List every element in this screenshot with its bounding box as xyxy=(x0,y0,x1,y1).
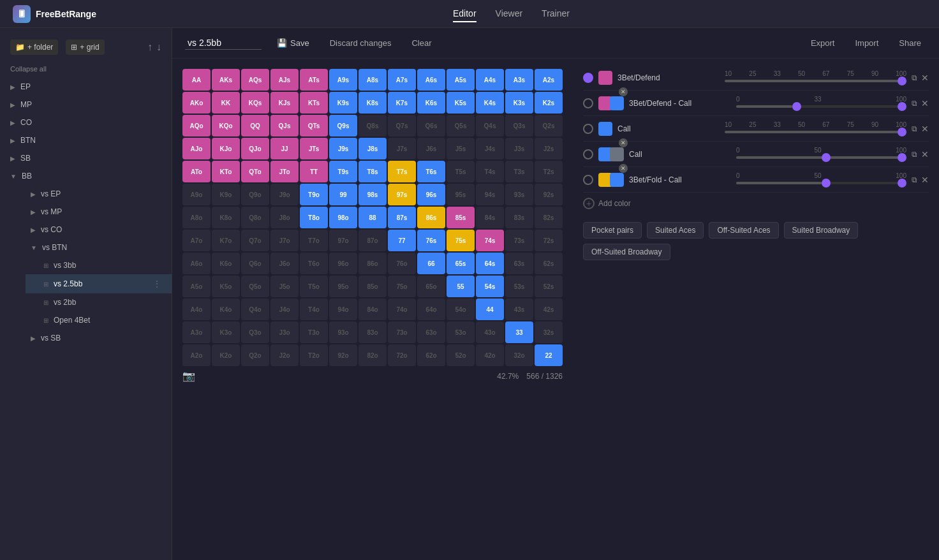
hand-cell[interactable]: A3o xyxy=(182,321,211,343)
hand-cell[interactable]: 85o xyxy=(359,276,387,297)
hand-cell[interactable]: 55 xyxy=(447,276,475,297)
hand-cell[interactable]: 93o xyxy=(329,321,357,343)
sidebar-item-vs-sb[interactable]: ▶ vs SB xyxy=(13,329,172,347)
hand-cell[interactable]: 87s xyxy=(388,207,416,228)
hand-cell[interactable]: J2s xyxy=(535,138,563,159)
hand-cell[interactable]: K8s xyxy=(359,92,387,114)
slider-track-2[interactable] xyxy=(736,105,906,108)
copy-icon[interactable]: ⧉ xyxy=(912,175,917,184)
hand-cell[interactable]: 43s xyxy=(505,298,533,320)
hand-cell[interactable]: J5o xyxy=(270,276,299,297)
hand-cell[interactable]: K6s xyxy=(417,92,445,114)
clear-button[interactable]: Clear xyxy=(406,36,436,50)
hand-cell[interactable]: 86s xyxy=(417,207,445,228)
hand-cell[interactable]: AJs xyxy=(270,69,299,91)
hand-cell[interactable]: A9o xyxy=(182,184,211,205)
remove-swatch-5b[interactable]: ✕ xyxy=(619,164,628,173)
new-folder-button[interactable]: 📁 + folder xyxy=(10,40,58,55)
hand-cell[interactable]: 44 xyxy=(476,298,504,320)
slider-thumb-1[interactable] xyxy=(898,77,906,85)
hand-cell[interactable]: A7s xyxy=(388,69,416,91)
hand-cell[interactable]: J6o xyxy=(270,253,299,274)
hand-cell[interactable]: 95s xyxy=(447,184,475,205)
slider-thumb-4a[interactable] xyxy=(822,153,831,162)
hand-cell[interactable]: QJo xyxy=(241,138,269,159)
hand-cell[interactable]: K7o xyxy=(212,230,240,251)
hand-cell[interactable]: J7s xyxy=(388,138,416,159)
hand-cell[interactable]: Q8o xyxy=(241,207,269,228)
quick-btn-suited-aces[interactable]: Suited Aces xyxy=(647,222,704,239)
hand-cell[interactable]: KQo xyxy=(212,115,240,136)
slider-track-3[interactable] xyxy=(725,131,906,133)
quick-btn-pocket-pairs[interactable]: Pocket pairs xyxy=(583,222,642,239)
hand-cell[interactable]: AA xyxy=(182,69,211,91)
hand-cell[interactable]: QQ xyxy=(241,115,269,136)
hand-cell[interactable]: KK xyxy=(212,92,240,114)
hand-cell[interactable]: K9o xyxy=(212,184,240,205)
hand-cell[interactable]: 77 xyxy=(388,230,416,251)
hand-cell[interactable]: 98o xyxy=(329,207,357,228)
slider-thumb-3[interactable] xyxy=(898,128,906,136)
hand-cell[interactable]: 53s xyxy=(505,276,533,297)
hand-cell[interactable]: T7o xyxy=(300,230,328,251)
color-radio-5[interactable] xyxy=(583,175,593,185)
delete-color-4[interactable]: ✕ xyxy=(921,149,929,159)
hand-cell[interactable]: J6s xyxy=(417,138,445,159)
delete-color-1[interactable]: ✕ xyxy=(921,73,929,83)
hand-cell[interactable]: 65s xyxy=(447,253,475,274)
range-name-input[interactable] xyxy=(185,36,262,50)
hand-cell[interactable]: Q8s xyxy=(359,115,387,136)
hand-cell[interactable]: 76s xyxy=(417,230,445,251)
hand-cell[interactable]: 97o xyxy=(329,230,357,251)
hand-cell[interactable]: Q3o xyxy=(241,321,269,343)
move-down-button[interactable]: ↓ xyxy=(156,41,161,53)
hand-cell[interactable]: 93s xyxy=(505,184,533,205)
sidebar-item-co[interactable]: ▶ CO xyxy=(0,114,172,131)
hand-cell[interactable]: 33 xyxy=(505,321,533,343)
hand-cell[interactable]: 96o xyxy=(329,253,357,274)
hand-cell[interactable]: A4o xyxy=(182,298,211,320)
tab-trainer[interactable]: Trainer xyxy=(542,6,570,22)
hand-cell[interactable]: T2o xyxy=(300,344,328,366)
hand-cell[interactable]: A7o xyxy=(182,230,211,251)
color-swatch-5b[interactable] xyxy=(610,173,624,187)
sidebar-item-vs-3bb[interactable]: ⊞ vs 3bb xyxy=(26,256,172,274)
hand-cell[interactable]: A3s xyxy=(505,69,533,91)
hand-cell[interactable]: 87o xyxy=(359,230,387,251)
color-swatch-4b[interactable] xyxy=(610,147,624,161)
hand-cell[interactable]: 54o xyxy=(447,298,475,320)
hand-cell[interactable]: 84s xyxy=(476,207,504,228)
hand-cell[interactable]: T3s xyxy=(505,161,533,182)
sidebar-item-vs-co[interactable]: ▶ vs CO xyxy=(13,221,172,239)
hand-cell[interactable]: 42o xyxy=(476,344,504,366)
hand-cell[interactable]: 72s xyxy=(535,230,563,251)
hand-cell[interactable]: 22 xyxy=(535,344,563,366)
hand-cell[interactable]: KTo xyxy=(212,161,240,182)
hand-cell[interactable]: 63o xyxy=(417,321,445,343)
color-radio-2[interactable] xyxy=(583,98,593,108)
sidebar-item-bb[interactable]: ▼ BB xyxy=(0,167,172,185)
hand-cell[interactable]: 72o xyxy=(388,344,416,366)
hand-cell[interactable]: A4s xyxy=(476,69,504,91)
hand-cell[interactable]: J2o xyxy=(270,344,299,366)
hand-cell[interactable]: ATo xyxy=(182,161,211,182)
hand-cell[interactable]: K2s xyxy=(535,92,563,114)
hand-cell[interactable]: 42s xyxy=(535,298,563,320)
hand-cell[interactable]: Q2o xyxy=(241,344,269,366)
remove-swatch-4b[interactable]: ✕ xyxy=(619,138,628,147)
hand-cell[interactable]: Q6s xyxy=(417,115,445,136)
slider-track-5[interactable] xyxy=(736,182,906,184)
discard-button[interactable]: Discard changes xyxy=(325,36,397,50)
hand-cell[interactable]: J9s xyxy=(329,138,357,159)
copy-icon[interactable]: ⧉ xyxy=(912,73,917,82)
hand-cell[interactable]: Q4o xyxy=(241,298,269,320)
hand-cell[interactable]: A8s xyxy=(359,69,387,91)
hand-cell[interactable]: K6o xyxy=(212,253,240,274)
hand-cell[interactable]: 74s xyxy=(476,230,504,251)
hand-cell[interactable]: 73s xyxy=(505,230,533,251)
hand-cell[interactable]: 92o xyxy=(329,344,357,366)
hand-cell[interactable]: T7s xyxy=(388,161,416,182)
hand-cell[interactable]: KJo xyxy=(212,138,240,159)
copy-icon[interactable]: ⧉ xyxy=(912,99,917,108)
hand-cell[interactable]: 96s xyxy=(417,184,445,205)
